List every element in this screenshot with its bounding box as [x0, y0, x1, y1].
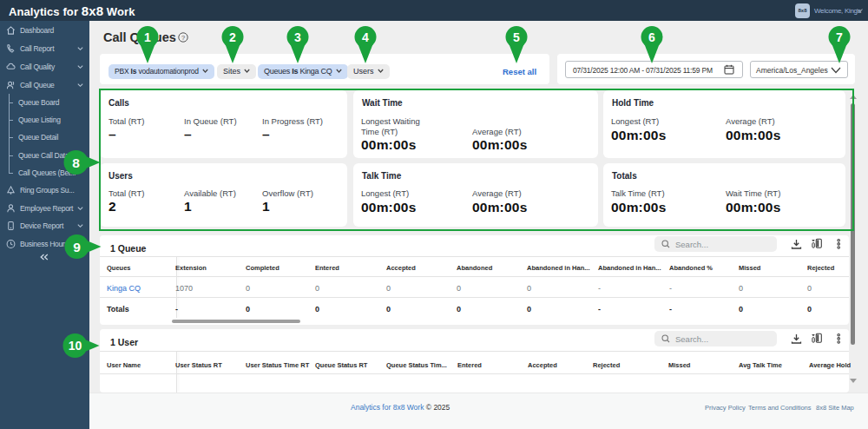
svg-text:7: 7 — [836, 30, 843, 44]
svg-text:8: 8 — [72, 155, 80, 170]
svg-text:?: ? — [181, 34, 185, 42]
svg-text:4: 4 — [362, 30, 369, 44]
svg-text:2: 2 — [229, 30, 236, 44]
svg-text:1: 1 — [144, 30, 151, 44]
svg-text:3: 3 — [294, 30, 301, 44]
svg-text:5: 5 — [513, 30, 520, 44]
svg-text:9: 9 — [73, 240, 81, 254]
svg-text:6: 6 — [648, 30, 655, 44]
svg-text:10: 10 — [69, 339, 82, 353]
